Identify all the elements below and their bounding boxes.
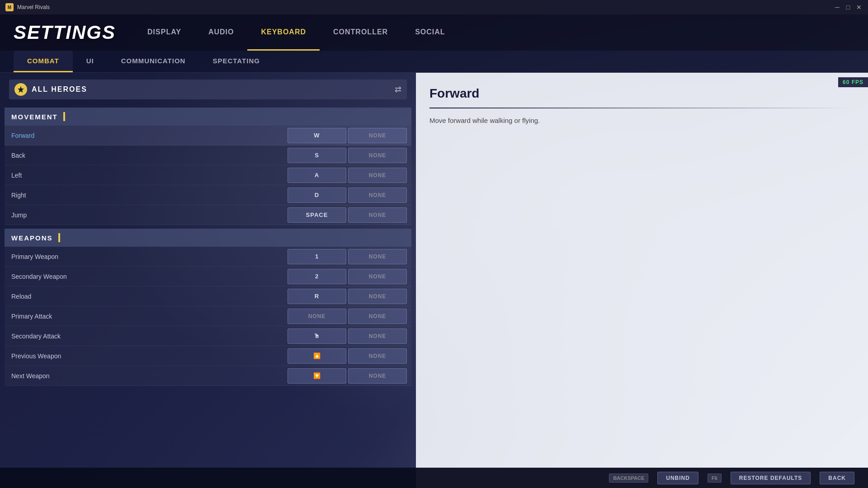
binding-right[interactable]: Right D NONE <box>5 185 411 205</box>
binding-next-weapon-key2[interactable]: NONE <box>348 368 407 384</box>
binding-jump-key2[interactable]: NONE <box>348 207 407 223</box>
binding-left-label: Left <box>9 167 286 183</box>
binding-reload-key2[interactable]: NONE <box>348 289 407 304</box>
binding-jump-key1[interactable]: SPACE <box>288 207 346 223</box>
bottom-bar: BACKSPACE UNBIND F6 RESTORE DEFAULTS BAC… <box>0 468 868 488</box>
top-nav: SETTINGS DISPLAY AUDIO KEYBOARD CONTROLL… <box>0 14 868 51</box>
binding-right-key1[interactable]: D <box>288 188 346 203</box>
sub-tab-ui[interactable]: UI <box>73 51 108 72</box>
app-icon: M <box>5 3 14 11</box>
description-text: Move forward while walking or flying. <box>429 115 854 126</box>
sub-tab-communication[interactable]: COMMUNICATION <box>108 51 199 72</box>
fps-badge: 60 FPS <box>838 77 868 87</box>
restore-key-hint: F6 <box>708 474 722 483</box>
scroll-down-icon: 🔽 <box>313 372 321 379</box>
maximize-button[interactable]: □ <box>844 4 852 11</box>
tab-keyboard[interactable]: KEYBOARD <box>247 14 320 51</box>
restore-defaults-button[interactable]: RESTORE DEFAULTS <box>731 472 811 484</box>
binding-back[interactable]: Back S NONE <box>5 145 411 165</box>
binding-secondary-attack-key2[interactable]: NONE <box>348 328 407 344</box>
binding-forward-key2[interactable]: NONE <box>348 128 407 143</box>
description-divider <box>429 108 854 108</box>
back-button[interactable]: BACK <box>820 472 854 484</box>
close-button[interactable]: ✕ <box>855 4 863 11</box>
minimize-button[interactable]: ─ <box>834 4 841 11</box>
scroll-up-icon: 🔼 <box>313 352 321 359</box>
hero-icon <box>14 83 27 96</box>
binding-forward-key1[interactable]: W <box>288 128 346 143</box>
binding-previous-weapon-key2[interactable]: NONE <box>348 348 407 364</box>
tab-audio[interactable]: AUDIO <box>195 14 248 51</box>
binding-primary-attack-label: Primary Attack <box>9 308 286 324</box>
title-bar-left: M Marvel Rivals <box>5 3 50 11</box>
hero-selector[interactable]: ALL HEROES ⇄ <box>9 80 407 99</box>
nav-tabs: DISPLAY AUDIO KEYBOARD CONTROLLER SOCIAL <box>134 14 459 51</box>
binding-left-key2[interactable]: NONE <box>348 168 407 183</box>
binding-secondary-attack[interactable]: Secondary Attack 🖱 NONE <box>5 326 411 346</box>
description-title: Forward <box>429 86 854 101</box>
title-bar: M Marvel Rivals ─ □ ✕ <box>0 0 868 14</box>
binding-next-weapon[interactable]: Next Weapon 🔽 NONE <box>5 366 411 386</box>
binding-back-key2[interactable]: NONE <box>348 148 407 163</box>
binding-previous-weapon-label: Previous Weapon <box>9 348 286 364</box>
binding-reload-label: Reload <box>9 288 286 305</box>
section-weapons: WEAPONS <box>5 229 411 247</box>
keybindings-panel: ALL HEROES ⇄ MOVEMENT Forward W NONE Bac… <box>0 73 416 488</box>
binding-reload[interactable]: Reload R NONE <box>5 286 411 306</box>
binding-secondary-weapon-label: Secondary Weapon <box>9 268 286 285</box>
binding-previous-weapon-key1[interactable]: 🔼 <box>288 348 346 364</box>
binding-right-key2[interactable]: NONE <box>348 188 407 203</box>
settings-title: SETTINGS <box>14 22 116 43</box>
sub-tab-combat[interactable]: COMBAT <box>14 51 73 72</box>
swap-icon: ⇄ <box>395 84 401 94</box>
binding-secondary-attack-key1[interactable]: 🖱 <box>288 328 346 344</box>
binding-secondary-weapon-key2[interactable]: NONE <box>348 269 407 284</box>
sub-nav: COMBAT UI COMMUNICATION SPECTATING <box>0 51 868 73</box>
binding-next-weapon-label: Next Weapon <box>9 368 286 384</box>
binding-primary-weapon-label: Primary Weapon <box>9 249 286 265</box>
binding-primary-attack-key2[interactable]: NONE <box>348 309 407 324</box>
binding-primary-attack-key1[interactable]: NONE <box>288 309 346 324</box>
app-title: Marvel Rivals <box>17 4 50 10</box>
binding-jump-label: Jump <box>9 207 286 223</box>
tab-social[interactable]: SOCIAL <box>401 14 458 51</box>
unbind-button[interactable]: UNBIND <box>657 472 698 484</box>
binding-primary-weapon-key2[interactable]: NONE <box>348 249 407 264</box>
binding-primary-weapon-key1[interactable]: 1 <box>288 249 346 264</box>
bindings-list: MOVEMENT Forward W NONE Back S NONE Left… <box>0 104 416 488</box>
binding-primary-weapon[interactable]: Primary Weapon 1 NONE <box>5 247 411 267</box>
tab-controller[interactable]: CONTROLLER <box>320 14 401 51</box>
binding-forward[interactable]: Forward W NONE <box>5 126 411 145</box>
binding-jump[interactable]: Jump SPACE NONE <box>5 205 411 225</box>
content-area: ALL HEROES ⇄ MOVEMENT Forward W NONE Bac… <box>0 73 868 488</box>
binding-back-label: Back <box>9 147 286 164</box>
binding-left-key1[interactable]: A <box>288 168 346 183</box>
binding-next-weapon-key1[interactable]: 🔽 <box>288 368 346 384</box>
binding-back-key1[interactable]: S <box>288 148 346 163</box>
section-movement: MOVEMENT <box>5 108 411 126</box>
unbind-key-hint: BACKSPACE <box>609 474 648 483</box>
tab-display[interactable]: DISPLAY <box>134 14 195 51</box>
binding-secondary-weapon[interactable]: Secondary Weapon 2 NONE <box>5 267 411 286</box>
binding-previous-weapon[interactable]: Previous Weapon 🔼 NONE <box>5 346 411 366</box>
title-bar-controls: ─ □ ✕ <box>834 4 863 11</box>
binding-primary-attack[interactable]: Primary Attack NONE NONE <box>5 306 411 326</box>
binding-forward-label: Forward <box>9 127 286 144</box>
binding-secondary-attack-label: Secondary Attack <box>9 328 286 344</box>
binding-reload-key1[interactable]: R <box>288 289 346 304</box>
mouse-btn-icon: 🖱 <box>314 333 320 339</box>
binding-secondary-weapon-key1[interactable]: 2 <box>288 269 346 284</box>
main-content: SETTINGS DISPLAY AUDIO KEYBOARD CONTROLL… <box>0 14 868 488</box>
sub-tab-spectating[interactable]: SPECTATING <box>199 51 273 72</box>
binding-right-label: Right <box>9 187 286 203</box>
description-panel: 60 FPS Forward Move forward while walkin… <box>416 73 868 488</box>
hero-label: ALL HEROES <box>32 85 390 94</box>
binding-left[interactable]: Left A NONE <box>5 165 411 185</box>
